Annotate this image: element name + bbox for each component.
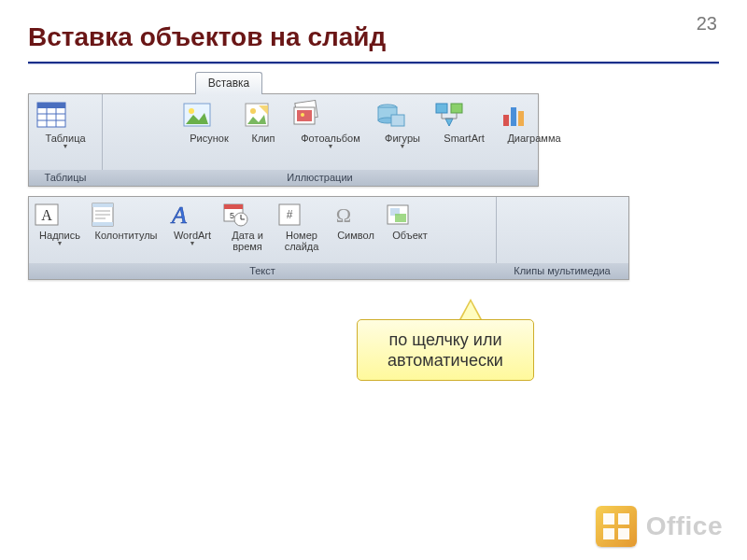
- symbol-label: Символ: [330, 230, 382, 241]
- header-footer-label: Колонтитулы: [89, 230, 163, 241]
- svg-rect-21: [436, 104, 447, 113]
- svg-rect-22: [451, 104, 462, 113]
- svg-text:Ω: Ω: [336, 203, 351, 227]
- object-icon: [384, 201, 436, 229]
- svg-rect-1: [37, 103, 65, 108]
- symbol-button[interactable]: Ω Символ: [330, 199, 382, 241]
- callout-line2: автоматически: [388, 351, 503, 370]
- svg-text:A: A: [41, 207, 52, 223]
- office-logo: Office: [596, 506, 723, 547]
- svg-point-16: [301, 113, 304, 117]
- office-badge-icon: [596, 506, 637, 547]
- date-time-icon: 5: [221, 201, 274, 229]
- svg-rect-27: [503, 115, 509, 126]
- slide-number-button[interactable]: # Номер слайда: [275, 199, 328, 252]
- tab-insert[interactable]: Вставка: [195, 72, 262, 94]
- object-label: Объект: [384, 230, 436, 241]
- group-text: A Надпись ▼ Колонтитулы A WordArt ▼: [29, 197, 497, 279]
- date-time-label1: Дата и: [221, 230, 274, 241]
- dropdown-icon: ▼: [33, 240, 87, 246]
- svg-text:#: #: [287, 208, 293, 221]
- header-footer-button[interactable]: Колонтитулы: [89, 199, 163, 241]
- svg-point-7: [189, 108, 194, 114]
- date-time-button[interactable]: 5 Дата и время: [221, 199, 274, 252]
- symbol-icon: Ω: [330, 201, 382, 229]
- group-illustrations-label: Иллюстрации: [102, 170, 538, 186]
- svg-text:A: A: [170, 202, 187, 229]
- slide-number-icon: #: [275, 201, 328, 229]
- svg-rect-34: [92, 222, 113, 226]
- page-number: 23: [697, 13, 717, 35]
- smartart-icon: [432, 98, 496, 132]
- dropdown-icon: ▼: [374, 143, 430, 149]
- group-illustrations: Рисунок Клип Фотоальбом ▼ Фигуры: [102, 94, 538, 186]
- group-media: Фильм ▼ Звук ▼ Клипы мультимедиа: [496, 197, 628, 279]
- photo-album-button[interactable]: Фотоальбом ▼: [289, 96, 373, 149]
- svg-rect-29: [518, 111, 524, 126]
- wordart-icon: A: [165, 201, 219, 229]
- shapes-button[interactable]: Фигуры ▼: [374, 96, 430, 149]
- title-underline: [28, 62, 719, 64]
- page-title: Вставка объектов на слайд: [28, 22, 386, 52]
- dropdown-icon: ▼: [165, 240, 219, 246]
- picture-button[interactable]: Рисунок: [180, 96, 238, 144]
- callout: по щелчку или автоматически: [357, 299, 534, 381]
- clip-icon: [240, 98, 287, 132]
- group-tables: Таблица ▼ Таблицы: [29, 94, 103, 186]
- smartart-button[interactable]: SmartArt: [432, 96, 496, 144]
- office-text: Office: [646, 511, 723, 541]
- callout-line1: по щелчку или: [389, 330, 502, 349]
- clip-button[interactable]: Клип: [240, 96, 287, 144]
- svg-rect-20: [391, 115, 404, 126]
- shapes-icon: [374, 98, 430, 132]
- dropdown-icon: ▼: [35, 143, 96, 149]
- ribbon-insert-bottom: A Надпись ▼ Колонтитулы A WordArt ▼: [28, 196, 629, 280]
- wordart-button[interactable]: A WordArt ▼: [165, 199, 219, 246]
- textbox-button[interactable]: A Надпись ▼: [33, 199, 87, 246]
- picture-label: Рисунок: [180, 133, 238, 144]
- table-icon: [35, 98, 96, 132]
- svg-rect-15: [297, 110, 312, 121]
- date-time-label2: время: [221, 241, 274, 252]
- header-footer-icon: [89, 201, 163, 229]
- svg-rect-50: [395, 214, 406, 222]
- table-button[interactable]: Таблица ▼: [35, 96, 96, 149]
- object-button[interactable]: Объект: [384, 199, 436, 241]
- picture-icon: [180, 98, 238, 132]
- svg-marker-23: [445, 119, 453, 126]
- callout-box: по щелчку или автоматически: [357, 319, 534, 381]
- svg-rect-28: [511, 107, 516, 126]
- svg-text:5: 5: [230, 211, 234, 220]
- clip-label: Клип: [240, 133, 287, 144]
- group-text-label: Текст: [29, 263, 496, 279]
- chart-button[interactable]: Диаграмма: [498, 96, 571, 144]
- photo-album-icon: [289, 98, 373, 132]
- chart-label: Диаграмма: [498, 133, 571, 144]
- svg-point-10: [250, 108, 256, 114]
- svg-rect-40: [224, 204, 243, 209]
- slide-number-label2: слайда: [275, 241, 328, 252]
- callout-tail-inner: [461, 301, 480, 319]
- chart-icon: [498, 98, 571, 132]
- group-tables-label: Таблицы: [29, 170, 102, 186]
- svg-rect-33: [92, 203, 113, 207]
- group-media-label: Клипы мультимедиа: [496, 263, 628, 279]
- ribbon-insert-top: Вставка Таблица ▼ Таблицы Рисунок: [28, 93, 539, 187]
- textbox-icon: A: [33, 201, 87, 229]
- smartart-label: SmartArt: [432, 133, 496, 144]
- dropdown-icon: ▼: [289, 143, 373, 149]
- slide-number-label1: Номер: [275, 230, 328, 241]
